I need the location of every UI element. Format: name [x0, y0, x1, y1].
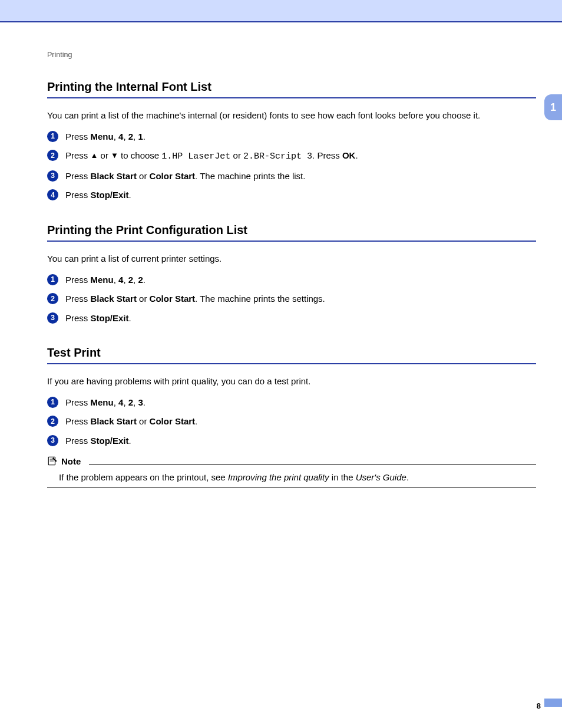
up-arrow-icon: ▲ — [91, 151, 98, 160]
step-text: Press Black Start or Color Start. The ma… — [65, 292, 536, 306]
note-header: Note — [47, 456, 536, 466]
down-arrow-icon: ▼ — [111, 151, 118, 160]
step: 1 Press Menu, 4, 2, 2. — [47, 274, 536, 287]
step-badge-icon: 4 — [47, 189, 58, 200]
section-title-fontlist: Printing the Internal Font List — [47, 80, 536, 98]
step: 1 Press Menu, 4, 2, 1. — [47, 130, 536, 144]
page-tab — [544, 699, 562, 707]
note-body: If the problem appears on the printout, … — [47, 467, 536, 487]
note-icon — [47, 456, 58, 466]
page: 1 Printing Printing the Internal Font Li… — [0, 0, 562, 728]
lead-config: You can print a list of current printer … — [47, 252, 536, 265]
lead-fontlist: You can print a list of the machine's in… — [47, 109, 536, 122]
step: 3 Press Stop/Exit. — [47, 312, 536, 325]
breadcrumb: Printing — [47, 51, 536, 59]
step-text: Press Stop/Exit. — [65, 434, 536, 448]
step-badge-icon: 1 — [47, 131, 58, 142]
section-title-test: Test Print — [47, 346, 536, 364]
step: 4 Press Stop/Exit. — [47, 189, 536, 202]
step-badge-icon: 2 — [47, 293, 58, 304]
note-title: Note — [61, 456, 81, 466]
step-text: Press Black Start or Color Start. — [65, 415, 536, 429]
step-badge-icon: 3 — [47, 312, 58, 324]
page-number: 8 — [537, 701, 541, 710]
step-text: Press Menu, 4, 2, 3. — [65, 396, 536, 410]
header-bar — [0, 0, 562, 22]
step-text: Press Menu, 4, 2, 1. — [65, 130, 536, 144]
step-text: Press Stop/Exit. — [65, 189, 536, 202]
step: 2 Press Black Start or Color Start. The … — [47, 292, 536, 306]
step: 1 Press Menu, 4, 2, 3. — [47, 396, 536, 410]
step-badge-icon: 2 — [47, 150, 58, 161]
step-badge-icon: 1 — [47, 274, 58, 285]
note-rule — [89, 457, 536, 465]
step: 2 Press ▲ or ▼ to choose 1.HP LaserJet o… — [47, 149, 536, 164]
content: Printing Printing the Internal Font List… — [0, 51, 562, 487]
step: 3 Press Black Start or Color Start. The … — [47, 170, 536, 183]
step-text: Press Black Start or Color Start. The ma… — [65, 170, 536, 183]
section-title-config: Printing the Print Configuration List — [47, 223, 536, 242]
note-box: Note If the problem appears on the print… — [47, 456, 536, 487]
step: 3 Press Stop/Exit. — [47, 434, 536, 448]
step-text: Press ▲ or ▼ to choose 1.HP LaserJet or … — [65, 149, 536, 164]
step-text: Press Stop/Exit. — [65, 312, 536, 325]
lead-test: If you are having problems with print qu… — [47, 375, 536, 388]
step-badge-icon: 2 — [47, 416, 58, 427]
step-badge-icon: 1 — [47, 397, 58, 408]
step: 2 Press Black Start or Color Start. — [47, 415, 536, 429]
step-badge-icon: 3 — [47, 170, 58, 182]
step-badge-icon: 3 — [47, 435, 58, 446]
step-text: Press Menu, 4, 2, 2. — [65, 274, 536, 287]
